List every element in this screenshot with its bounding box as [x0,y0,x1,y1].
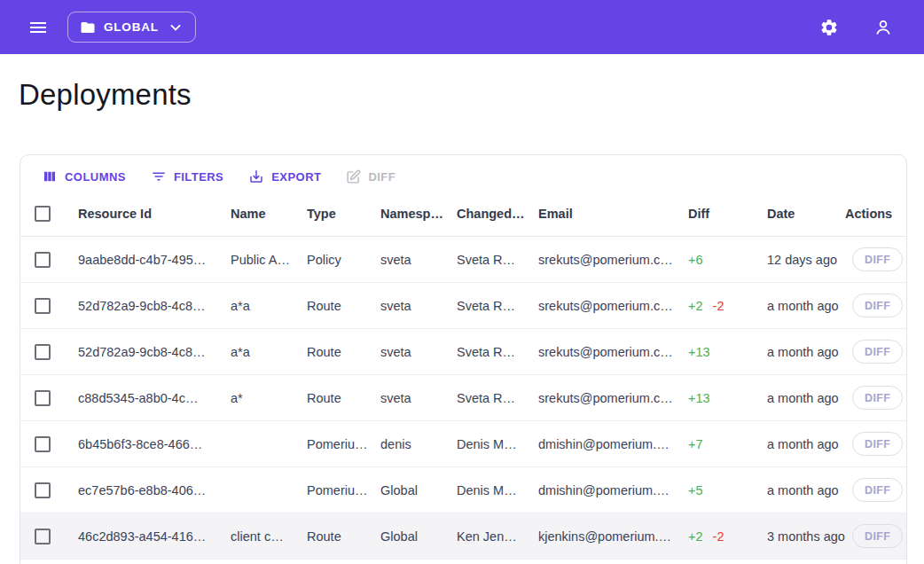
cell-email: dmishin@pomerium.… [538,467,688,513]
gear-icon [819,18,839,37]
diff-added-count: +13 [688,345,710,359]
row-diff-button[interactable]: DIFF [852,247,903,271]
page-title: Deployments [19,78,924,112]
cell-name [231,421,307,467]
cell-type: Pomeriu… [307,421,380,467]
cell-name: client c… [231,513,307,560]
cell-type: Route [307,283,380,329]
col-name: Name [231,192,307,237]
cell-name: a*a [231,329,307,375]
diff-added-count: +2 [688,299,703,313]
row-diff-button[interactable]: DIFF [852,294,903,317]
cell-resource-id: 52d782a9-9cb8-4c8… [78,283,231,329]
cell-type: Pomeriu… [307,467,380,513]
col-changed-by: Changed… [457,192,538,237]
cell-email: srekuts@pomerium.c… [538,237,688,283]
app-bar: GLOBAL [0,0,924,54]
row-checkbox[interactable] [35,298,51,314]
namespace-selector[interactable]: GLOBAL [67,12,196,43]
row-checkbox[interactable] [35,344,51,360]
cell-resource-id: 46c2d893-a454-416… [78,513,231,560]
cell-date: a month ago [767,467,845,513]
col-resource-id: Resource Id [78,192,231,237]
export-button[interactable]: EXPORT [239,163,330,190]
cell-resource-id: ec7e57b6-e8b8-406… [78,467,231,513]
cell-changed-by: Denis M… [457,421,538,467]
row-checkbox[interactable] [35,390,51,406]
chevron-down-icon [167,19,184,36]
export-button-label: EXPORT [271,170,321,184]
cell-changed-by: Sveta R… [457,283,538,329]
cell-diff: +2 -2 [688,283,767,329]
row-diff-button[interactable]: DIFF [852,340,903,364]
diff-removed-count: -2 [713,299,724,313]
col-date: Date [767,192,845,237]
menu-button[interactable] [20,10,56,45]
select-all-checkbox[interactable] [35,206,51,222]
cell-email: srekuts@pomerium.c… [538,375,688,421]
diff-toolbar-button[interactable]: DIFF [337,163,404,190]
cell-resource-id: 9aabe8dd-c4b7-495… [78,237,231,283]
cell-diff: +6 [688,237,767,283]
settings-button[interactable] [811,10,847,45]
row-checkbox[interactable] [35,482,51,498]
row-diff-button[interactable]: DIFF [852,386,903,410]
cell-type: Route [307,329,380,375]
cell-type: Route [307,375,380,421]
columns-button-label: COLUMNS [65,170,126,184]
row-checkbox[interactable] [35,436,51,452]
table-row[interactable]: 46c2d893-a454-416… client c… Route Globa… [20,513,906,560]
cell-namespace: sveta [380,329,457,375]
row-diff-button[interactable]: DIFF [852,478,903,502]
export-icon [248,168,264,184]
cell-diff: +2 -2 [688,513,767,560]
cell-diff: +5 [688,467,767,513]
cell-resource-id: c88d5345-a8b0-4c… [78,375,231,421]
account-button[interactable] [865,10,901,45]
cell-resource-id: 6b45b6f3-8ce8-466… [78,421,231,467]
cell-changed-by: Ken Jen… [457,513,538,560]
diff-added-count: +6 [688,253,703,267]
cell-name: Public A… [231,237,307,283]
cell-email: srekuts@pomerium.c… [538,329,688,375]
table-row[interactable]: 9aabe8dd-c4b7-495… Public A… Policy svet… [20,237,906,283]
row-diff-button[interactable]: DIFF [852,432,903,456]
table-toolbar: COLUMNS FILTERS EXPORT DIFF [20,155,906,192]
row-diff-button[interactable]: DIFF [852,524,903,548]
diff-added-count: +7 [688,437,703,451]
columns-button[interactable]: COLUMNS [33,163,135,190]
cell-date: a month ago [767,375,845,421]
table-header-row: Resource Id Name Type Namesp… Changed… E… [20,192,906,237]
cell-changed-by: Sveta R… [457,329,538,375]
cell-date: a month ago [767,421,845,467]
filters-button[interactable]: FILTERS [142,163,232,190]
cell-namespace: denis [380,421,457,467]
cell-email: dmishin@pomerium.… [538,421,688,467]
row-checkbox[interactable] [35,529,51,544]
cell-namespace: sveta [380,283,457,329]
cell-diff: +13 [688,329,767,375]
col-type: Type [307,192,380,237]
cell-email: kjenkins@pomerium.… [538,513,688,560]
cell-diff: +13 [688,375,767,421]
cell-date: a month ago [767,329,845,375]
table-row[interactable]: ec7e57b6-e8b8-406… Pomeriu… Global Denis… [20,467,906,513]
table-row[interactable]: 6b45b6f3-8ce8-466… Pomeriu… denis Denis … [20,421,906,467]
cell-date: 12 days ago [767,237,845,283]
cell-namespace: sveta [380,237,457,283]
person-icon [873,17,894,38]
cell-namespace: Global [380,513,457,560]
cell-name [231,467,307,513]
cell-type: Policy [307,237,380,283]
table-row[interactable]: c88d5345-a8b0-4c… a* Route sveta Sveta R… [20,375,906,421]
diff-added-count: +2 [688,529,703,544]
col-namespace: Namesp… [380,192,457,237]
diff-added-count: +13 [688,391,710,405]
table-row[interactable]: 52d782a9-9cb8-4c8… a*a Route sveta Sveta… [20,329,906,375]
deployments-table: Resource Id Name Type Namesp… Changed… E… [20,192,906,560]
row-checkbox[interactable] [35,252,51,268]
cell-email: srekuts@pomerium.c… [538,283,688,329]
col-diff: Diff [688,192,767,237]
filter-icon [151,168,167,184]
table-row[interactable]: 52d782a9-9cb8-4c8… a*a Route sveta Sveta… [20,283,906,329]
